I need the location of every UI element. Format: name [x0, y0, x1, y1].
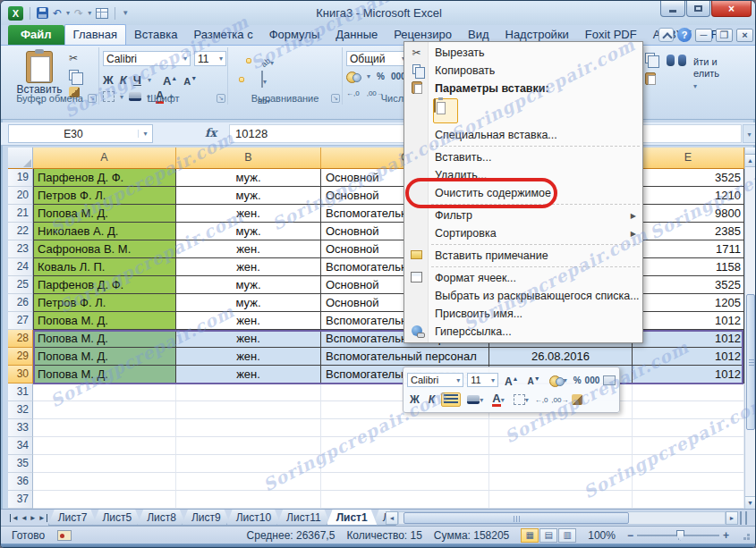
empty-cell[interactable] [321, 419, 489, 437]
column-header-b[interactable]: B [176, 148, 321, 169]
workbook-restore-button[interactable]: ❐ [716, 29, 733, 42]
sheet-tab[interactable]: Лист1 [327, 510, 378, 526]
cell-number[interactable]: 1012 [633, 330, 744, 348]
insert-cells-icon[interactable] [645, 53, 655, 63]
zoom-slider-thumb[interactable] [676, 530, 684, 541]
align-bottom-button[interactable] [246, 58, 251, 63]
find-select-label-fragment[interactable]: йти и елить ▾ [693, 56, 719, 92]
cell-gender[interactable]: жен. [176, 330, 321, 348]
empty-cell[interactable] [321, 473, 489, 491]
sheet-tab[interactable]: Лист10 [226, 510, 281, 526]
tab-home[interactable]: Главная [64, 24, 126, 45]
scroll-down-icon[interactable]: ▼ [745, 496, 755, 509]
copy-icon[interactable] [69, 70, 79, 80]
row-header[interactable]: 26 [8, 294, 33, 312]
menu-item-insert[interactable]: Вставить... [404, 148, 642, 166]
row-header[interactable]: 19 [8, 169, 33, 187]
cell-gender[interactable]: муж. [176, 294, 321, 312]
row-header[interactable]: 35 [8, 455, 33, 473]
empty-cell[interactable] [633, 491, 744, 509]
tab-split-handle[interactable] [740, 511, 747, 525]
tab-formulas[interactable]: Формулы [261, 25, 328, 45]
grow-font-button[interactable]: А▲ [163, 72, 177, 88]
horizontal-scrollbar[interactable]: ◄ ► [386, 511, 747, 525]
cell-name[interactable]: Попова М. Д. [33, 330, 176, 348]
tab-data[interactable]: Данные [327, 25, 386, 45]
empty-cell[interactable] [176, 437, 321, 455]
macro-record-icon[interactable] [57, 530, 72, 541]
mini-font-name-combo[interactable]: Calibri▾ [407, 373, 463, 387]
prev-sheet-icon[interactable]: ◄ [21, 514, 28, 522]
zoom-level[interactable]: 100% [588, 529, 616, 542]
column-header-a[interactable]: A [33, 148, 176, 169]
workbook-close-button[interactable]: × [736, 29, 753, 42]
empty-cell[interactable] [33, 455, 176, 473]
name-box-dropdown-icon[interactable]: ▾ [138, 130, 152, 138]
cell-gender[interactable]: муж. [176, 169, 321, 187]
clipboard-dialog-launcher-icon[interactable]: ↘ [88, 94, 97, 103]
mini-font-size-combo[interactable]: 11▾ [467, 373, 498, 387]
cell-name[interactable]: Попова М. Д. [33, 366, 176, 384]
cell-gender[interactable]: жен. [176, 240, 321, 258]
empty-cell[interactable] [633, 384, 744, 401]
vertical-scrollbar-thumb[interactable] [746, 294, 755, 430]
empty-cell[interactable] [321, 437, 489, 455]
vertical-scrollbar[interactable]: ▲ ▼ [744, 148, 755, 509]
split-handle[interactable] [745, 148, 755, 155]
cell-number[interactable]: 1012 [633, 312, 744, 330]
insert-function-icon[interactable]: fx [205, 126, 217, 139]
number-format-combo[interactable]: Общий▾ [346, 51, 409, 66]
empty-cell[interactable] [489, 419, 633, 437]
mini-decrease-decimal-icon[interactable]: ,00→ [551, 396, 568, 404]
close-button[interactable]: × [711, 1, 752, 17]
menu-item-hyperlink[interactable]: Гиперссылка... [404, 323, 642, 341]
sheet-tab[interactable]: Лист11 [276, 510, 331, 526]
name-box[interactable]: E30 ▾ [8, 124, 153, 143]
cell-number[interactable]: 1205 [633, 294, 744, 312]
cell-gender[interactable]: жен. [176, 205, 321, 223]
row-header[interactable]: 28 [8, 330, 33, 348]
italic-button[interactable]: К [120, 73, 127, 87]
row-header[interactable]: 20 [8, 187, 33, 205]
tab-page-layout[interactable]: Разметка с [185, 25, 260, 45]
row-header[interactable]: 24 [8, 258, 33, 276]
cell-number[interactable]: 1711 [633, 240, 744, 258]
row-header[interactable]: 31 [8, 384, 33, 401]
expand-formula-bar-icon[interactable]: ▾ [743, 124, 756, 143]
merge-center-button[interactable]: ▾ [259, 69, 269, 90]
column-header-e[interactable]: E [633, 148, 744, 169]
delete-cells-icon[interactable] [645, 72, 656, 85]
cut-icon[interactable]: ✂ [69, 53, 80, 63]
row-header[interactable]: 33 [8, 419, 33, 437]
font-size-combo[interactable]: 11▾ [194, 51, 226, 66]
empty-cell[interactable] [633, 419, 744, 437]
empty-cell[interactable] [489, 437, 633, 455]
mini-thousands-button[interactable]: 000 [585, 375, 600, 385]
empty-cell[interactable] [176, 491, 321, 509]
binoculars-icon[interactable] [667, 55, 686, 67]
first-sheet-icon[interactable]: ◄ [10, 514, 19, 522]
empty-cell[interactable] [176, 455, 321, 473]
row-header[interactable]: 36 [8, 473, 33, 491]
align-center-button[interactable] [239, 77, 244, 82]
empty-cell[interactable] [33, 491, 176, 509]
tab-insert[interactable]: Вставка [126, 25, 185, 45]
zoom-out-icon[interactable]: − [627, 529, 633, 542]
menu-item-cut[interactable]: ✂Вырезать [404, 44, 642, 62]
cell-number[interactable]: 3525 [633, 276, 744, 294]
mini-borders-icon[interactable]: ▾ [511, 392, 531, 407]
mini-bold-button[interactable]: Ж [407, 392, 422, 408]
currency-format-icon[interactable] [346, 72, 361, 81]
mini-grow-font-button[interactable]: А▲ [502, 371, 522, 390]
font-name-combo[interactable]: Calibri▾ [103, 51, 191, 66]
mini-italic-button[interactable]: К [426, 392, 437, 408]
minimize-button[interactable] [660, 1, 685, 17]
cell-gender[interactable]: муж. [176, 187, 321, 205]
cell-gender[interactable]: жен. [176, 312, 321, 330]
percent-format-button[interactable]: % [377, 72, 385, 81]
tab-file[interactable]: Файл [8, 25, 64, 45]
cell-name[interactable]: Петров Ф. Л. [33, 294, 176, 312]
cell-number[interactable]: 1012 [633, 348, 744, 366]
mini-shrink-font-button[interactable]: А▼ [525, 371, 543, 389]
mini-align-center-button[interactable] [441, 392, 461, 407]
